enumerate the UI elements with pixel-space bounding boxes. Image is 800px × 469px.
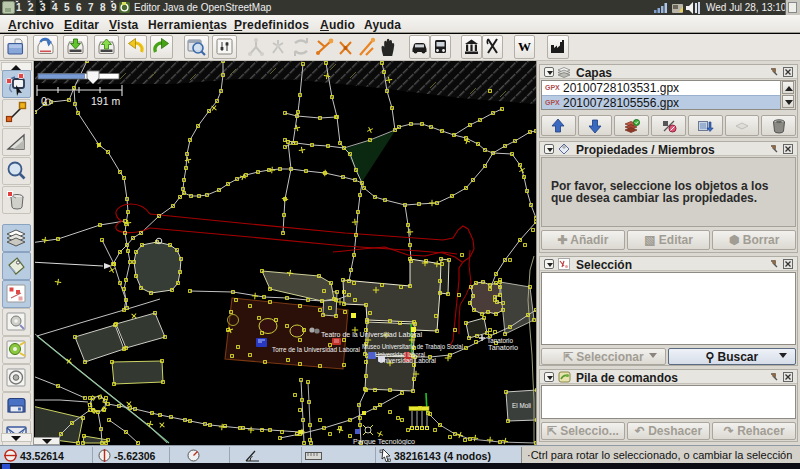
svg-text:El Moli: El Moli — [512, 402, 532, 409]
svg-text:W: W — [518, 39, 531, 54]
svg-text:0: 0 — [41, 95, 47, 107]
svg-text:191 m: 191 m — [91, 95, 120, 107]
svg-text:Museo Universitario de Trabajo: Museo Universitario de Trabajo Social — [362, 343, 463, 351]
svg-text:Tanatorio: Tanatorio — [487, 337, 513, 344]
svg-text:Tanatorio: Tanatorio — [488, 344, 518, 351]
svg-text:Torre de la Universidad Labora: Torre de la Universidad Laboral — [272, 346, 361, 353]
svg-text:Parque Tecnológico: Parque Tecnológico — [353, 438, 415, 445]
svg-text:Teatro de la Universidad Labor: Teatro de la Universidad Laboral — [321, 331, 423, 338]
svg-text:Universidad Laboral: Universidad Laboral — [379, 357, 437, 364]
